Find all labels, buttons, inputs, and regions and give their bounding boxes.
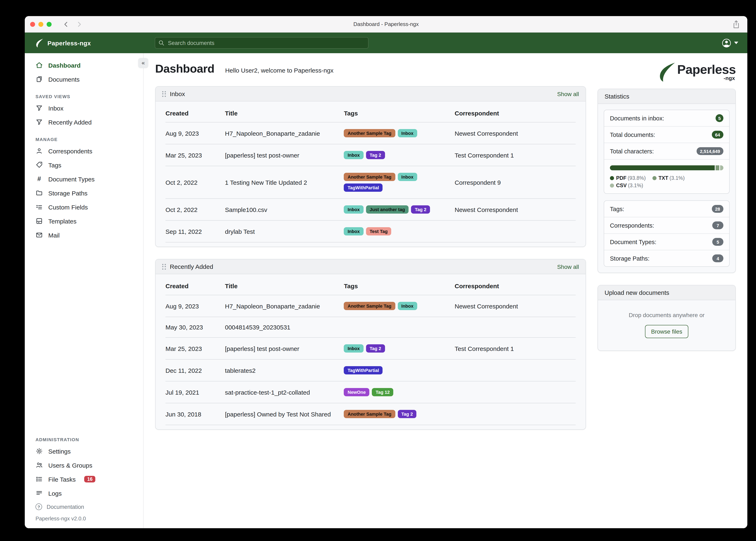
widget-title: Statistics xyxy=(605,93,629,100)
legend-item: PDF(93.8%) xyxy=(610,175,646,181)
sidebar-item-storage-paths[interactable]: Storage Paths xyxy=(25,186,143,200)
tag-pill[interactable]: TagWithPartial xyxy=(344,366,383,374)
browse-files-button[interactable]: Browse files xyxy=(645,325,689,338)
tag-pill[interactable]: Another Sample Tag xyxy=(344,302,395,310)
tag-pill[interactable]: Inbox xyxy=(398,129,417,137)
stat-label: Document Types: xyxy=(610,239,656,245)
document-tags: Another Sample TagTag 2 xyxy=(344,403,455,425)
document-row[interactable]: Aug 9, 2023H7_Napoleon_Bonaparte_zadanie… xyxy=(165,122,576,144)
document-created: Aug 9, 2023 xyxy=(165,122,225,144)
file-type-chart: PDF(93.8%)TXT(3.1%)CSV(3.1%) xyxy=(604,159,729,194)
document-title: sat-practice-test-1_pt2-collated xyxy=(225,381,344,403)
zoom-window-button[interactable] xyxy=(47,22,52,27)
tag-pill[interactable]: Just another tag xyxy=(366,205,409,214)
stat-count-badge: 5 xyxy=(716,114,723,122)
stat-row[interactable]: Document Types:5 xyxy=(604,234,729,250)
upload-drop-zone[interactable]: Drop documents anywhere or Browse files xyxy=(598,300,735,350)
document-tags xyxy=(344,317,455,337)
document-row[interactable]: Dec 11, 2022tablerates2TagWithPartial xyxy=(165,359,576,381)
tag-pill[interactable]: Inbox xyxy=(344,151,364,159)
document-row[interactable]: Jun 30, 2018[paperless] Owned by Test No… xyxy=(165,403,576,425)
close-window-button[interactable] xyxy=(30,22,35,27)
tag-pill[interactable]: Inbox xyxy=(398,173,417,181)
sidebar-item-users-groups[interactable]: Users & Groups xyxy=(25,458,143,472)
gear-icon xyxy=(35,447,43,455)
minimize-window-button[interactable] xyxy=(38,22,43,27)
inbox-table: Created Title Tags Correspondent Aug 9, … xyxy=(165,104,576,243)
search-input[interactable] xyxy=(167,39,365,46)
sidebar-item-settings[interactable]: Settings xyxy=(25,444,143,458)
sidebar-item-custom-fields[interactable]: Custom Fields xyxy=(25,200,143,214)
app-version: Paperless-ngx v2.0.0 xyxy=(25,513,143,528)
document-tags: Another Sample TagInbox xyxy=(344,295,455,317)
drag-handle-icon[interactable] xyxy=(162,264,166,270)
back-icon[interactable] xyxy=(63,21,69,27)
tag-pill[interactable]: NewOne xyxy=(344,388,370,396)
legend-dot xyxy=(610,184,614,188)
stat-label: Total documents: xyxy=(610,131,655,138)
legend-item: CSV(3.1%) xyxy=(610,183,643,189)
stat-label: Tags: xyxy=(610,206,624,212)
tag-pill[interactable]: Tag 2 xyxy=(411,205,430,214)
show-all-link[interactable]: Show all xyxy=(557,263,579,270)
document-row[interactable]: May 30, 20230004814539_20230531 xyxy=(165,317,576,337)
statistics-group-objects: Tags:28Correspondents:7Document Types:5S… xyxy=(604,201,730,267)
tag-pill[interactable]: Tag 2 xyxy=(366,344,385,352)
share-icon[interactable] xyxy=(732,20,740,28)
tag-pill[interactable]: Tag 2 xyxy=(366,151,385,159)
drag-handle-icon[interactable] xyxy=(162,91,166,97)
sidebar-item-dashboard[interactable]: Dashboard xyxy=(25,58,143,72)
sidebar-item-label: File Tasks xyxy=(48,476,76,483)
document-row[interactable]: Oct 2, 2022Sample100.csvInboxJust anothe… xyxy=(165,199,576,221)
sidebar-item-file-tasks[interactable]: File Tasks 16 xyxy=(25,472,143,486)
document-row[interactable]: Mar 25, 2023[paperless] test post-ownerI… xyxy=(165,144,576,166)
sidebar-item-correspondents[interactable]: Correspondents xyxy=(25,144,143,158)
forward-icon[interactable] xyxy=(76,21,82,27)
tag-pill[interactable]: Test Tag xyxy=(366,227,391,236)
sidebar-item-logs[interactable]: Logs xyxy=(25,486,143,500)
tag-pill[interactable]: Tag 2 xyxy=(398,410,417,418)
stat-row[interactable]: Documents in inbox:5 xyxy=(604,110,729,126)
sidebar-item-templates[interactable]: Templates xyxy=(25,214,143,228)
sidebar-item-label: Logs xyxy=(48,490,62,497)
user-menu[interactable] xyxy=(722,38,738,48)
stat-count-badge: 7 xyxy=(712,222,723,229)
tag-pill[interactable]: TagWithPartial xyxy=(344,184,383,192)
tag-pill[interactable]: Another Sample Tag xyxy=(344,173,395,181)
document-row[interactable]: Jul 19, 2021sat-practice-test-1_pt2-coll… xyxy=(165,381,576,403)
brand[interactable]: Paperless-ngx xyxy=(35,38,91,48)
sidebar-item-tags[interactable]: Tags xyxy=(25,158,143,172)
document-row[interactable]: Aug 9, 2023H7_Napoleon_Bonaparte_zadanie… xyxy=(165,295,576,317)
custom-fields-icon xyxy=(35,203,43,211)
stat-label: Documents in inbox: xyxy=(610,115,664,122)
stat-row[interactable]: Total documents:64 xyxy=(604,126,729,143)
column-header-created: Created xyxy=(165,104,225,122)
sidebar-item-recently-added[interactable]: Recently Added xyxy=(25,115,143,129)
sidebar-collapse-button[interactable]: « xyxy=(138,58,148,68)
stat-row[interactable]: Storage Paths:4 xyxy=(604,250,729,267)
tag-pill[interactable]: Inbox xyxy=(398,302,417,310)
stat-row[interactable]: Total characters:2,514,649 xyxy=(604,143,729,159)
sidebar-item-label: Dashboard xyxy=(48,62,81,69)
show-all-link[interactable]: Show all xyxy=(557,91,579,97)
sidebar-item-document-types[interactable]: # Document Types xyxy=(25,172,143,186)
tag-pill[interactable]: Inbox xyxy=(344,227,364,236)
tag-pill[interactable]: Inbox xyxy=(344,205,364,214)
user-avatar-icon xyxy=(722,38,731,48)
tag-pill[interactable]: Another Sample Tag xyxy=(344,410,395,418)
sidebar-item-inbox[interactable]: Inbox xyxy=(25,101,143,115)
document-row[interactable]: Sep 11, 2022drylab TestInboxTest Tag xyxy=(165,221,576,242)
document-row[interactable]: Oct 2, 20221 Testing New Title Updated 2… xyxy=(165,166,576,199)
users-icon xyxy=(35,461,43,469)
sidebar-item-mail[interactable]: Mail xyxy=(25,228,143,242)
tag-pill[interactable]: Inbox xyxy=(344,344,364,352)
sidebar-item-label: Mail xyxy=(48,232,60,239)
sidebar-item-documentation[interactable]: ? Documentation xyxy=(25,500,143,513)
tag-pill[interactable]: Tag 12 xyxy=(372,388,393,396)
document-created: Mar 25, 2023 xyxy=(165,337,225,359)
tag-pill[interactable]: Another Sample Tag xyxy=(344,129,395,137)
stat-row[interactable]: Tags:28 xyxy=(604,201,729,217)
document-row[interactable]: Mar 25, 2023[paperless] test post-ownerI… xyxy=(165,337,576,359)
stat-row[interactable]: Correspondents:7 xyxy=(604,217,729,234)
sidebar-item-documents[interactable]: Documents xyxy=(25,72,143,86)
